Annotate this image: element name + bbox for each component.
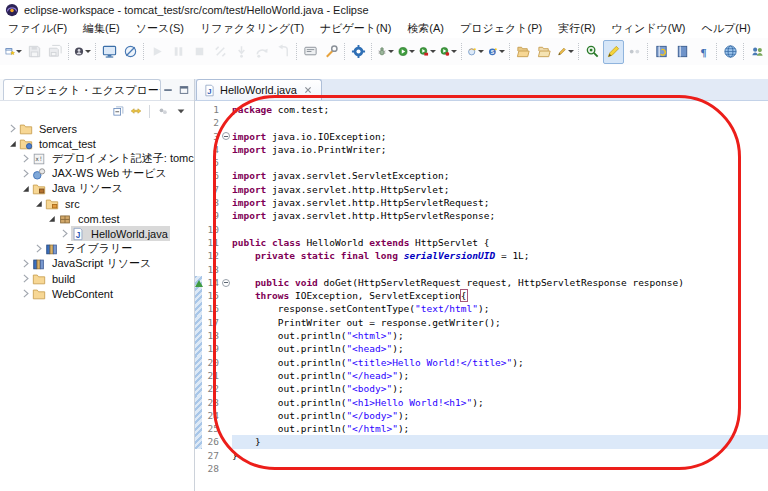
line-number[interactable]: 7 — [202, 183, 219, 196]
chevron-right-icon[interactable] — [19, 167, 32, 180]
source-text[interactable]: import javax.servlet.http.HttpServletRes… — [232, 209, 768, 222]
tree-item-deployment-descriptor[interactable]: x!デプロイメント記述子: tomcat_test — [0, 151, 194, 166]
line-number[interactable]: 18 — [202, 329, 219, 342]
toolbar-new-server-button[interactable]: S — [486, 40, 507, 64]
code-line-9[interactable]: 9import javax.servlet.http.HttpServletRe… — [195, 209, 768, 222]
source-text[interactable]: PrintWriter out = response.getWriter(); — [232, 316, 768, 329]
tree-item-src[interactable]: src — [0, 196, 194, 211]
line-number[interactable]: 16 — [202, 302, 219, 315]
source-text[interactable]: import java.io.PrintWriter; — [232, 143, 768, 156]
tree-item-libraries[interactable]: ライブラリー — [0, 241, 194, 256]
toolbar-debug-button[interactable] — [375, 40, 396, 64]
source-text[interactable]: out.println("<html>"); — [232, 329, 768, 342]
line-number[interactable]: 2 — [202, 116, 219, 129]
toolbar-user-account-button[interactable] — [72, 40, 93, 64]
code-line-24[interactable]: 24 out.println("</body>"); — [195, 409, 768, 422]
menu-help[interactable]: ヘルプ(H) — [694, 19, 759, 38]
source-text[interactable]: out.println("</head>"); — [232, 369, 768, 382]
toolbar-show-book-button[interactable] — [672, 40, 693, 64]
line-number[interactable]: 21 — [202, 369, 219, 382]
coverage-dropdown-icon[interactable] — [430, 50, 436, 53]
code-line-26[interactable]: 26 } — [195, 435, 768, 448]
source-text[interactable]: import javax.servlet.http.HttpServletReq… — [232, 196, 768, 209]
tab-helloworld-java[interactable]: J HelloWorld.java — [196, 79, 322, 100]
code-line-19[interactable]: 19 out.println("<head>"); — [195, 342, 768, 355]
tree-item-webcontent[interactable]: WebContent — [0, 286, 194, 301]
source-text[interactable]: response.setContentType("text/html"); — [232, 302, 768, 315]
source-text[interactable]: out.println("<title>Hello World!</title>… — [232, 356, 768, 369]
code-line-6[interactable]: 6import javax.servlet.ServletException; — [195, 169, 768, 182]
code-line-3[interactable]: 3import java.io.IOException; — [195, 130, 768, 143]
line-number[interactable]: 11 — [202, 236, 219, 249]
line-number[interactable]: 26 — [202, 435, 219, 448]
run-dropdown-icon[interactable] — [409, 50, 415, 53]
line-number[interactable]: 8 — [202, 196, 219, 209]
source-text[interactable]: out.println("<h1>Hello World!<h1>"); — [232, 396, 768, 409]
source-text[interactable]: package com.test; — [232, 103, 768, 116]
source-text[interactable]: } — [232, 449, 768, 462]
code-editor[interactable]: 1package com.test;23import java.io.IOExc… — [195, 101, 768, 491]
line-number[interactable]: 24 — [202, 409, 219, 422]
fold-collapse-icon[interactable] — [219, 132, 232, 140]
line-number[interactable]: 13 — [202, 263, 219, 276]
code-line-25[interactable]: 25 out.println("</html>"); — [195, 422, 768, 435]
chevron-right-icon[interactable] — [32, 242, 45, 255]
toolbar-open-console-button[interactable] — [99, 40, 120, 64]
line-number[interactable]: 25 — [202, 422, 219, 435]
new-wizard-dropdown-icon[interactable] — [16, 50, 22, 53]
maximize-view-button[interactable] — [177, 83, 191, 97]
tree-item-java-resources[interactable]: Java リソース — [0, 181, 194, 196]
code-line-8[interactable]: 8import javax.servlet.http.HttpServletRe… — [195, 196, 768, 209]
code-line-4[interactable]: 4import java.io.PrintWriter; — [195, 143, 768, 156]
debug-dropdown-icon[interactable] — [388, 50, 394, 53]
line-number[interactable]: 14 — [202, 276, 219, 289]
toolbar-profile-button[interactable] — [438, 40, 459, 64]
code-line-27[interactable]: 27} — [195, 449, 768, 462]
source-text[interactable]: import javax.servlet.ServletException; — [232, 169, 768, 182]
toolbar-coverage-button[interactable] — [417, 40, 438, 64]
source-text[interactable]: public void doGet(HttpServletRequest req… — [232, 276, 768, 289]
source-text[interactable]: import java.io.IOException; — [232, 130, 768, 143]
toolbar-mark-pen-button[interactable] — [555, 40, 576, 64]
code-line-16[interactable]: 16 response.setContentType("text/html"); — [195, 302, 768, 315]
minimize-view-button[interactable] — [161, 83, 175, 97]
toolbar-export-folder-button[interactable] — [534, 40, 555, 64]
line-number[interactable]: 28 — [202, 462, 219, 475]
code-line-7[interactable]: 7import javax.servlet.http.HttpServlet; — [195, 183, 768, 196]
tree-item-servers[interactable]: Servers — [0, 121, 194, 136]
toolbar-skip-breakpoints-button[interactable] — [120, 40, 141, 64]
source-text[interactable]: out.println("</body>"); — [232, 409, 768, 422]
user-account-dropdown-icon[interactable] — [85, 50, 91, 53]
fold-collapse-icon[interactable] — [219, 279, 232, 287]
toolbar-run-button[interactable] — [396, 40, 417, 64]
source-text[interactable]: private static final long serialVersionU… — [232, 249, 768, 262]
code-line-10[interactable]: 10 — [195, 223, 768, 236]
chevron-right-icon[interactable] — [19, 257, 32, 270]
menu-run[interactable]: 実行(R) — [550, 19, 603, 38]
line-number[interactable]: 9 — [202, 209, 219, 222]
mark-pen-dropdown-icon[interactable] — [568, 50, 574, 53]
toolbar-show-whitespace-button[interactable]: ¶ — [693, 40, 714, 64]
close-tab-icon[interactable] — [301, 83, 315, 97]
chevron-right-icon[interactable] — [19, 272, 32, 285]
code-line-21[interactable]: 21 out.println("</head>"); — [195, 369, 768, 382]
toolbar-new-web-service-button[interactable] — [465, 40, 486, 64]
line-number[interactable]: 5 — [202, 156, 219, 169]
code-line-28[interactable]: 28 — [195, 462, 768, 475]
link-with-editor-button[interactable] — [129, 104, 143, 118]
collapse-all-button[interactable] — [111, 104, 125, 118]
line-number[interactable]: 17 — [202, 316, 219, 329]
menu-search[interactable]: 検索(A) — [399, 19, 452, 38]
source-text[interactable]: } — [232, 435, 768, 448]
view-menu-button[interactable] — [174, 104, 188, 118]
source-text[interactable]: out.println("<body>"); — [232, 382, 768, 395]
code-line-1[interactable]: 1package com.test; — [195, 103, 768, 116]
chevron-down-icon[interactable] — [45, 212, 58, 225]
source-text[interactable]: import javax.servlet.http.HttpServlet; — [232, 183, 768, 196]
code-line-14[interactable]: 14 public void doGet(HttpServletRequest … — [195, 276, 768, 289]
toolbar-team-sync-button[interactable] — [747, 40, 768, 64]
menu-window[interactable]: ウィンドウ(W) — [604, 19, 694, 38]
source-text[interactable]: public class HelloWorld extends HttpServ… — [232, 236, 768, 249]
menu-navigate[interactable]: ナビゲート(N) — [312, 19, 399, 38]
tree-item-com-test[interactable]: com.test — [0, 211, 194, 226]
